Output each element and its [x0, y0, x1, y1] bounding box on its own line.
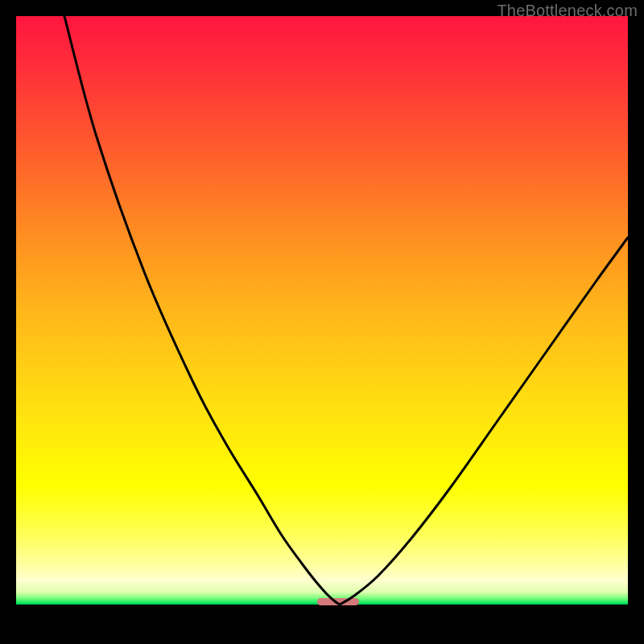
bottom-black-strip: [16, 603, 628, 628]
valley-marker: [317, 598, 359, 605]
background-gradient: [16, 16, 628, 604]
outer-frame: TheBottleneck.com: [0, 0, 644, 644]
plot-area: [16, 16, 628, 628]
